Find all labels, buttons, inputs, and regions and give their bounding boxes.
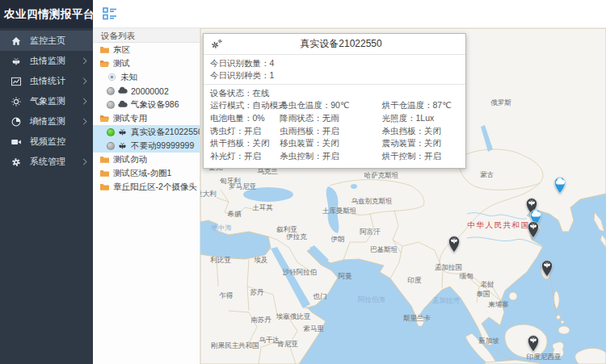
folder-label: 测试专用 <box>113 113 147 124</box>
tree-folder-closed[interactable]: 测试区域-勿圈1 <box>93 166 200 180</box>
folder-open-icon <box>99 114 110 123</box>
folder-closed-icon <box>99 182 110 191</box>
device-list-header: 设备列表 <box>93 28 200 43</box>
sidebar-item-4[interactable]: 气象监测 <box>0 91 93 111</box>
gears-icon[interactable] <box>210 38 223 50</box>
sidebar-item-label: 视频监控 <box>30 136 93 148</box>
popup-grid-row: 运行模式：自动模式杀虫仓温度：90℃烘干仓温度：87℃ <box>210 99 459 112</box>
folder-label: 测试区域-勿圈1 <box>113 168 171 179</box>
telemetry-cell: 烘干挡板：关闭 <box>210 137 280 150</box>
status-dot-offline <box>107 87 115 95</box>
video-icon <box>11 136 22 148</box>
chevron-right-icon <box>82 56 87 65</box>
gear-icon <box>11 157 22 168</box>
telemetry-cell: 移虫装置：关闭 <box>280 137 381 150</box>
popup-summary: 今日识别数量：4今日识别种类：1 <box>204 55 465 85</box>
popup-summary-line: 今日识别数量：4 <box>210 57 459 69</box>
telemetry-cell: 杀虫仓温度：90℃ <box>280 99 381 112</box>
device-status-line: 设备状态：在线 <box>210 87 459 99</box>
sidebar-item-label: 监控主页 <box>30 35 93 47</box>
popup-telemetry-grid: 运行模式：自动模式杀虫仓温度：90℃烘干仓温度：87℃电池电量：0%降雨状态：无… <box>210 99 459 163</box>
tree-folder-closed[interactable]: 东区 <box>93 43 200 56</box>
popup-title: 真实设备21022550 <box>223 37 459 51</box>
device-label: 20000002 <box>131 86 169 96</box>
device-info-popup: 真实设备21022550 今日识别数量：4今日识别种类：1 设备状态：在线 运行… <box>203 33 466 169</box>
folder-label: 章丘阳丘区-2个摄像头 <box>113 182 197 193</box>
folder-label: 测试 <box>113 58 130 69</box>
popup-summary-line: 今日识别种类：1 <box>210 69 459 82</box>
popup-grid-row: 诱虫灯：开启虫雨挡板：开启杀虫挡板：关闭 <box>210 125 459 138</box>
sidebar-item-2[interactable]: 虫情监测 <box>0 51 93 71</box>
device-row[interactable]: 不要动99999999 <box>93 139 200 153</box>
map-marker-weather[interactable] <box>553 175 567 195</box>
telemetry-cell: 光照度：1Lux <box>382 112 459 125</box>
sidebar-item-6[interactable]: 视频监控 <box>0 132 93 152</box>
sidebar-item-7[interactable]: 系统管理 <box>0 152 93 172</box>
sidebar-menu: 监控主页虫情监测虫情统计气象监测墒情监测视频监控系统管理 <box>0 28 93 172</box>
map-marker-insect[interactable] <box>447 234 461 253</box>
folder-closed-icon <box>99 155 110 164</box>
radio-icon <box>107 72 117 82</box>
device-tree: 东区测试未知20000002气象设备986测试专用真实设备21022550不要动… <box>93 43 200 194</box>
map-marker-insect[interactable] <box>526 220 541 239</box>
cloud-icon <box>117 86 128 96</box>
sidebar-item-3[interactable]: 虫情统计 <box>0 71 93 91</box>
device-row[interactable]: 气象设备986 <box>93 98 200 111</box>
telemetry-cell: 烘干控制：开启 <box>382 150 459 163</box>
sidebar: 农业四情测报平台 监控主页虫情监测虫情统计气象监测墒情监测视频监控系统管理 <box>0 0 93 364</box>
device-label: 不要动99999999 <box>131 140 194 152</box>
tree-toggle-icon[interactable] <box>103 7 117 20</box>
app-window: 农业四情测报平台 监控主页虫情监测虫情统计气象监测墒情监测视频监控系统管理 设备… <box>0 0 606 364</box>
folder-open-icon <box>99 59 110 68</box>
tree-folder-closed[interactable]: 测试勿动 <box>93 153 200 166</box>
chevron-right-icon <box>82 77 87 86</box>
device-list-panel: 设备列表 东区测试未知20000002气象设备986测试专用真实设备210225… <box>93 28 200 364</box>
folder-closed-icon <box>99 45 110 54</box>
app-title: 农业四情测报平台 <box>0 0 93 28</box>
soil-icon <box>11 116 22 128</box>
sidebar-item-5[interactable]: 墒情监测 <box>0 111 93 132</box>
folder-closed-icon <box>99 169 110 178</box>
insect-icon <box>11 56 22 67</box>
device-row[interactable]: 真实设备21022550 <box>93 125 200 139</box>
cloud-icon <box>117 99 128 110</box>
device-label: 气象设备986 <box>131 99 179 111</box>
tree-folder-open[interactable]: 测试专用 <box>93 111 200 125</box>
telemetry-cell: 运行模式：自动模式 <box>210 99 280 112</box>
map-canvas[interactable]: 俄罗斯蒙古哈萨克斯坦捷克乌克兰匈牙利罗马尼亚意大利土耳其希腊地中海叙利亚伊拉克伊… <box>200 28 606 364</box>
insect-icon <box>117 127 128 137</box>
map-marker-insect[interactable] <box>540 258 554 278</box>
device-row[interactable]: 20000002 <box>93 84 200 98</box>
folder-label: 东区 <box>113 44 130 56</box>
popup-grid-row: 补光灯：开启杀虫控制：开启烘干控制：开启 <box>210 150 459 163</box>
home-icon <box>11 36 22 47</box>
chevron-right-icon <box>82 117 87 126</box>
telemetry-cell: 烘干仓温度：87℃ <box>382 99 459 112</box>
device-label: 真实设备21022550 <box>131 127 200 138</box>
telemetry-cell: 电池电量：0% <box>210 112 280 125</box>
folder-label: 测试勿动 <box>113 154 147 165</box>
telemetry-cell: 杀虫挡板：关闭 <box>382 125 459 138</box>
telemetry-cell: 杀虫控制：开启 <box>280 150 381 163</box>
status-dot-offline <box>107 101 115 109</box>
telemetry-cell: 降雨状态：无雨 <box>280 112 381 125</box>
telemetry-cell: 诱虫灯：开启 <box>210 125 280 138</box>
insect-icon <box>117 140 128 151</box>
popup-grid-row: 电池电量：0%降雨状态：无雨光照度：1Lux <box>210 112 459 125</box>
tree-folder-open[interactable]: 测试 <box>93 56 200 70</box>
tree-folder-closed[interactable]: 章丘阳丘区-2个摄像头 <box>93 180 200 194</box>
telemetry-cell: 震动装置：关闭 <box>382 137 459 150</box>
telemetry-cell: 补光灯：开启 <box>210 150 280 163</box>
chart-icon <box>11 76 22 87</box>
map-marker-insect[interactable] <box>526 333 541 353</box>
sidebar-item-1[interactable]: 监控主页 <box>0 31 93 51</box>
chevron-right-icon <box>82 97 87 106</box>
device-row[interactable]: 未知 <box>93 70 200 84</box>
popup-grid-row: 烘干挡板：关闭移虫装置：关闭震动装置：关闭 <box>210 137 459 150</box>
chevron-right-icon <box>82 157 87 166</box>
status-dot-online <box>107 128 115 136</box>
device-label: 未知 <box>120 72 137 83</box>
telemetry-cell: 虫雨挡板：开启 <box>280 125 381 138</box>
weather-icon <box>11 96 22 107</box>
status-dot-offline <box>107 142 115 150</box>
